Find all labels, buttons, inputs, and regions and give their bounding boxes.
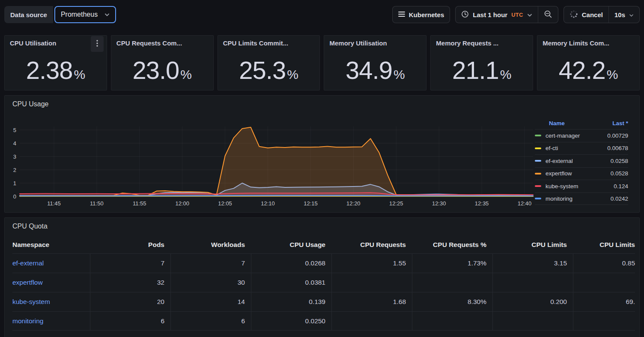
- legend-series-name: monitoring: [546, 196, 572, 202]
- legend-series-name: kube-system: [546, 183, 578, 190]
- table-cell: [412, 312, 492, 330]
- cpu-usage-chart[interactable]: 01234511:4511:5011:5512:0012:0512:1012:1…: [12, 118, 539, 209]
- table-cell: 7: [90, 254, 170, 273]
- series-color-swatch: [535, 198, 541, 199]
- stat-value: 42.2: [559, 56, 605, 84]
- stat-panel-title: CPU Requests Com...: [111, 36, 213, 47]
- stat-value: 34.9: [346, 56, 392, 84]
- time-controls-group: Last 1 hour UTC: [455, 6, 558, 23]
- cpu-quota-table: Namespace Pods Workloads CPU Usage CPU R…: [12, 236, 635, 331]
- stat-panels-row: CPU Utilisation 2.38% CPU Requests Com..…: [4, 35, 640, 90]
- datasource-value: Prometheus: [61, 11, 98, 18]
- stat-unit: %: [607, 67, 618, 81]
- table-cell: [331, 273, 412, 292]
- panel-title: CPU Usage: [5, 96, 639, 108]
- timezone-label: UTC: [511, 12, 523, 18]
- legend-series-name: expertflow: [546, 170, 572, 177]
- zoom-out-button[interactable]: [538, 6, 558, 23]
- legend-name-header[interactable]: Name: [549, 120, 565, 126]
- column-header-cpu-limits-pct[interactable]: CPU Limits: [573, 236, 635, 253]
- stat-panel-memory-requests-commitment: Memory Requests ... 21.1%: [430, 35, 533, 90]
- zoom-out-icon: [544, 10, 552, 20]
- svg-text:11:50: 11:50: [90, 200, 104, 207]
- svg-text:0: 0: [13, 193, 16, 200]
- stat-value: 25.3: [239, 56, 286, 84]
- stat-unit: %: [500, 67, 512, 81]
- svg-text:3: 3: [13, 153, 16, 160]
- legend-series-value: 0.124: [614, 183, 628, 190]
- time-range-label: Last 1 hour: [473, 11, 507, 18]
- series-color-swatch: [535, 160, 541, 162]
- column-header-pods[interactable]: Pods: [90, 236, 170, 253]
- legend-item-ef-cti[interactable]: ef-cti 0.00678: [535, 142, 628, 155]
- table-cell: 0.200: [492, 292, 573, 311]
- cancel-refresh-button[interactable]: Cancel: [564, 6, 608, 23]
- series-color-swatch: [535, 173, 541, 175]
- panel-title: CPU Quota: [5, 218, 639, 230]
- stat-unit: %: [180, 67, 192, 81]
- namespace-link[interactable]: expertflow: [12, 273, 90, 292]
- dashboard-toolbar: Data source Prometheus Kubernetes: [0, 0, 644, 23]
- namespace-link[interactable]: monitoring: [12, 312, 90, 330]
- table-row-monitoring: monitoring 6 6 0.0250: [12, 311, 635, 331]
- variables-bar: Data source Prometheus: [4, 6, 116, 23]
- table-cell: 6: [170, 312, 251, 330]
- namespace-link[interactable]: ef-external: [12, 254, 90, 273]
- legend-series-value: 0.0258: [611, 158, 628, 164]
- legend-item-cert-manager[interactable]: cert-manager 0.00729: [535, 129, 628, 142]
- refresh-interval-dropdown[interactable]: 10s: [608, 6, 639, 23]
- datasource-select[interactable]: Prometheus: [54, 6, 116, 23]
- table-cell: 1.73%: [412, 254, 492, 273]
- svg-text:12:25: 12:25: [389, 200, 403, 207]
- table-cell: [412, 273, 492, 292]
- column-header-namespace[interactable]: Namespace: [12, 236, 90, 253]
- stat-value: 21.1: [452, 56, 499, 84]
- panel-menu-button[interactable]: [91, 36, 104, 52]
- column-header-cpu-limits[interactable]: CPU Limits: [492, 236, 573, 253]
- column-header-cpu-usage[interactable]: CPU Usage: [251, 236, 331, 253]
- svg-text:12:05: 12:05: [218, 200, 232, 207]
- toolbar-actions: Kubernetes Last 1 hour UTC: [392, 6, 640, 23]
- cpu-quota-panel: CPU Quota Namespace Pods Workloads CPU U…: [4, 217, 640, 337]
- table-cell: 0.139: [251, 292, 331, 311]
- table-cell: [573, 273, 635, 292]
- clock-icon: [461, 10, 469, 19]
- table-cell: 0.0250: [251, 312, 331, 330]
- kebab-icon: [96, 40, 98, 48]
- grafana-dashboard: Data source Prometheus Kubernetes: [0, 0, 644, 337]
- table-row-expertflow: expertflow 32 30 0.0381: [12, 273, 635, 292]
- table-cell: 7: [170, 254, 251, 273]
- time-range-picker[interactable]: Last 1 hour UTC: [456, 6, 537, 23]
- legend-item-ef-external[interactable]: ef-external 0.0258: [535, 154, 628, 167]
- table-cell: [331, 312, 412, 330]
- loading-spinner-icon: [569, 10, 578, 20]
- svg-text:1: 1: [13, 180, 16, 187]
- legend-series-value: 0.00729: [607, 132, 628, 139]
- stat-panel-title: CPU Limits Commit...: [218, 36, 320, 47]
- table-cell: 69.: [573, 292, 635, 311]
- table-cell: 32: [90, 273, 170, 292]
- table-cell: 8.30%: [412, 292, 492, 311]
- stat-panel-title: Memory Limits Com...: [537, 36, 639, 47]
- stat-panel-title: Memory Utilisation: [324, 36, 426, 47]
- column-header-cpu-requests[interactable]: CPU Requests: [331, 236, 412, 253]
- table-cell: [492, 273, 573, 292]
- refresh-interval-value: 10s: [614, 11, 625, 18]
- series-color-swatch: [535, 147, 541, 149]
- kubernetes-dashboard-button[interactable]: Kubernetes: [393, 6, 450, 23]
- stat-unit: %: [74, 67, 86, 81]
- namespace-link[interactable]: kube-system: [12, 292, 90, 311]
- column-header-cpu-requests-pct[interactable]: CPU Requests %: [412, 236, 492, 253]
- legend-last-header[interactable]: Last *: [612, 120, 628, 126]
- stat-panel-cpu-utilisation: CPU Utilisation 2.38%: [4, 35, 107, 90]
- column-header-workloads[interactable]: Workloads: [170, 236, 251, 253]
- legend-item-kube-system[interactable]: kube-system 0.124: [535, 180, 628, 193]
- legend-item-expertflow[interactable]: expertflow 0.0528: [535, 167, 628, 180]
- series-color-swatch: [535, 185, 541, 187]
- svg-text:12:10: 12:10: [261, 200, 275, 207]
- datasource-label: Data source: [4, 6, 53, 23]
- svg-text:4: 4: [13, 140, 16, 147]
- legend-series-name: ef-cti: [546, 145, 558, 151]
- svg-text:5: 5: [13, 127, 16, 133]
- legend-item-monitoring[interactable]: monitoring 0.0242: [535, 193, 628, 205]
